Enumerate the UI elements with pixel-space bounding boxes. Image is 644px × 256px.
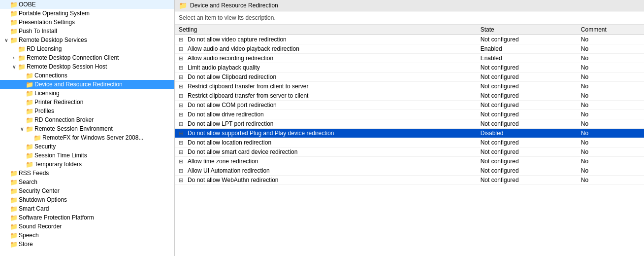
- expand-icon-remote-session-environment[interactable]: ∨: [18, 125, 26, 133]
- tree-item-push-to-install[interactable]: 📁Push To Install: [0, 27, 174, 36]
- folder-icon-presentation-settings: 📁: [10, 18, 18, 26]
- folder-icon-smart-card: 📁: [10, 205, 18, 213]
- expand-icon-remote-desktop-services[interactable]: ∨: [2, 36, 10, 44]
- table-row[interactable]: ⊞Allow UI Automation redirectionNot conf…: [175, 166, 644, 176]
- tree-item-sound-recorder[interactable]: 📁Sound Recorder: [0, 222, 174, 231]
- folder-icon-portable-os: 📁: [10, 9, 18, 17]
- tree-item-printer-redirection[interactable]: 📁Printer Redirection: [0, 98, 174, 107]
- table-row[interactable]: ⊞Limit audio playback qualityNot configu…: [175, 63, 644, 73]
- expand-icon-push-to-install: [2, 27, 10, 35]
- tree-item-remote-desktop-connection-client[interactable]: ›📁Remote Desktop Connection Client: [0, 53, 174, 62]
- setting-cell: ⊞Do not allow location redirection: [175, 138, 477, 147]
- setting-cell: ⊞Do not allow LPT port redirection: [175, 119, 477, 129]
- setting-label: Do not allow WebAuthn redirection: [188, 177, 279, 183]
- col-header-state[interactable]: State: [477, 25, 577, 35]
- tree-item-search[interactable]: 📁Search: [0, 178, 174, 186]
- expand-icon-store: [2, 240, 10, 248]
- tree-label-remote-desktop-services: Remote Desktop Services: [19, 37, 87, 43]
- tree-item-rss-feeds[interactable]: 📁RSS Feeds: [0, 169, 174, 178]
- tree-item-portable-os[interactable]: 📁Portable Operating System: [0, 9, 174, 18]
- table-row[interactable]: ⊞Allow audio and video playback redirect…: [175, 44, 644, 54]
- setting-icon: ⊞: [179, 140, 186, 146]
- state-cell: Enabled: [477, 54, 577, 63]
- tree-item-store[interactable]: 📁Store: [0, 240, 174, 249]
- tree-item-rd-licensing[interactable]: 📁RD Licensing: [0, 44, 174, 53]
- tree-item-shutdown-options[interactable]: 📁Shutdown Options: [0, 195, 174, 204]
- setting-label: Do not allow location redirection: [188, 139, 271, 146]
- setting-icon: ⊞: [179, 37, 186, 43]
- tree-label-remote-session-environment: Remote Session Environment: [34, 125, 113, 132]
- tree-item-smart-card[interactable]: 📁Smart Card: [0, 204, 174, 213]
- tree-item-profiles[interactable]: 📁Profiles: [0, 107, 174, 115]
- tree-label-printer-redirection: Printer Redirection: [34, 99, 83, 106]
- table-row[interactable]: ⊞Restrict clipboard transfer from client…: [175, 82, 644, 91]
- table-row[interactable]: ⊞Do not allow LPT port redirectionNot co…: [175, 119, 644, 129]
- tree-item-software-protection-platform[interactable]: 📁Software Protection Platform: [0, 213, 174, 222]
- table-row[interactable]: ⊞Do not allow drive redirectionNot confi…: [175, 110, 644, 119]
- setting-cell: ⊞Do not allow WebAuthn redirection: [175, 176, 477, 185]
- tree-item-remotefx[interactable]: 📁RemoteFX for Windows Server 2008...: [0, 133, 174, 142]
- panel-title: Device and Resource Redirection: [190, 2, 278, 9]
- tree-item-speech[interactable]: 📁Speech: [0, 231, 174, 240]
- table-row[interactable]: ⊞Do not allow WebAuthn redirectionNot co…: [175, 176, 644, 185]
- folder-icon-remotefx: 📁: [33, 134, 41, 142]
- folder-icon-software-protection-platform: 📁: [10, 214, 18, 221]
- table-row[interactable]: ⊞Do not allow COM port redirectionNot co…: [175, 101, 644, 110]
- tree-item-session-time-limits[interactable]: 📁Session Time Limits: [0, 151, 174, 160]
- state-cell: Not configured: [477, 138, 577, 147]
- expand-icon-remotefx: [26, 134, 33, 142]
- tree-item-licensing[interactable]: 📁Licensing: [0, 89, 174, 98]
- tree-label-software-protection-platform: Software Protection Platform: [19, 214, 94, 221]
- left-tree-panel[interactable]: 📁OOBE📁Portable Operating System📁Presenta…: [0, 0, 175, 256]
- tree-item-presentation-settings[interactable]: 📁Presentation Settings: [0, 18, 174, 27]
- state-cell: Not configured: [477, 63, 577, 73]
- tree-label-sound-recorder: Sound Recorder: [19, 223, 62, 230]
- table-row[interactable]: ⊞Do not allow smart card device redirect…: [175, 147, 644, 157]
- expand-icon-sound-recorder: [2, 222, 10, 230]
- table-row[interactable]: ⊞Do not allow video capture redirectionN…: [175, 35, 644, 44]
- table-row[interactable]: ⊞Allow audio recording redirectionEnable…: [175, 54, 644, 63]
- expand-icon-remote-desktop-session-host[interactable]: ∨: [10, 63, 18, 71]
- table-row[interactable]: ⊞Allow time zone redirectionNot configur…: [175, 157, 644, 166]
- settings-panel[interactable]: Setting State Comment ⊞Do not allow vide…: [175, 25, 644, 256]
- comment-cell: No: [577, 138, 644, 147]
- state-cell: Not configured: [477, 110, 577, 119]
- table-row[interactable]: ⊞Restrict clipboard transfer from server…: [175, 91, 644, 101]
- tree-item-security-center[interactable]: 📁Security Center: [0, 186, 174, 195]
- setting-icon: ⊞: [179, 93, 186, 99]
- tree-label-push-to-install: Push To Install: [19, 28, 57, 35]
- state-cell: Enabled: [477, 44, 577, 54]
- setting-icon: ⊞: [179, 74, 186, 80]
- setting-cell: ⊞Allow time zone redirection: [175, 157, 477, 166]
- col-header-setting[interactable]: Setting: [175, 25, 477, 35]
- state-cell: Disabled: [477, 129, 577, 138]
- tree-item-remote-session-environment[interactable]: ∨📁Remote Session Environment: [0, 124, 174, 133]
- expand-icon-remote-desktop-connection-client[interactable]: ›: [10, 54, 18, 62]
- folder-icon-security: 📁: [26, 143, 33, 150]
- setting-label: Do not allow video capture redirection: [188, 36, 287, 43]
- folder-icon-rd-connection-broker: 📁: [26, 116, 33, 124]
- tree-item-device-resource-redirection[interactable]: 📁Device and Resource Redirection: [0, 80, 174, 89]
- settings-table: Setting State Comment ⊞Do not allow vide…: [175, 25, 644, 185]
- expand-icon-oobe: [2, 0, 10, 8]
- comment-cell: No: [577, 129, 644, 138]
- table-row[interactable]: ⊞Do not allow Clipboard redirectionNot c…: [175, 73, 644, 82]
- col-header-comment[interactable]: Comment: [577, 25, 644, 35]
- setting-cell: ⊞Do not allow smart card device redirect…: [175, 147, 477, 157]
- tree-item-temporary-folders[interactable]: 📁Temporary folders: [0, 160, 174, 169]
- expand-icon-search: [2, 178, 10, 186]
- tree-label-smart-card: Smart Card: [19, 205, 49, 212]
- tree-label-remote-desktop-session-host: Remote Desktop Session Host: [27, 63, 107, 70]
- tree-item-remote-desktop-session-host[interactable]: ∨📁Remote Desktop Session Host: [0, 62, 174, 71]
- tree-item-rd-connection-broker[interactable]: 📁RD Connection Broker: [0, 115, 174, 124]
- table-row[interactable]: ⊞Do not allow supported Plug and Play de…: [175, 129, 644, 138]
- setting-label: Limit audio playback quality: [188, 64, 260, 71]
- table-row[interactable]: ⊞Do not allow location redirectionNot co…: [175, 138, 644, 147]
- comment-cell: No: [577, 91, 644, 101]
- setting-cell: ⊞Restrict clipboard transfer from server…: [175, 91, 477, 101]
- tree-item-connections[interactable]: 📁Connections: [0, 71, 174, 80]
- tree-item-oobe[interactable]: 📁OOBE: [0, 0, 174, 9]
- tree-item-security[interactable]: 📁Security: [0, 142, 174, 151]
- folder-icon-temporary-folders: 📁: [26, 160, 33, 168]
- tree-item-remote-desktop-services[interactable]: ∨📁Remote Desktop Services: [0, 36, 174, 44]
